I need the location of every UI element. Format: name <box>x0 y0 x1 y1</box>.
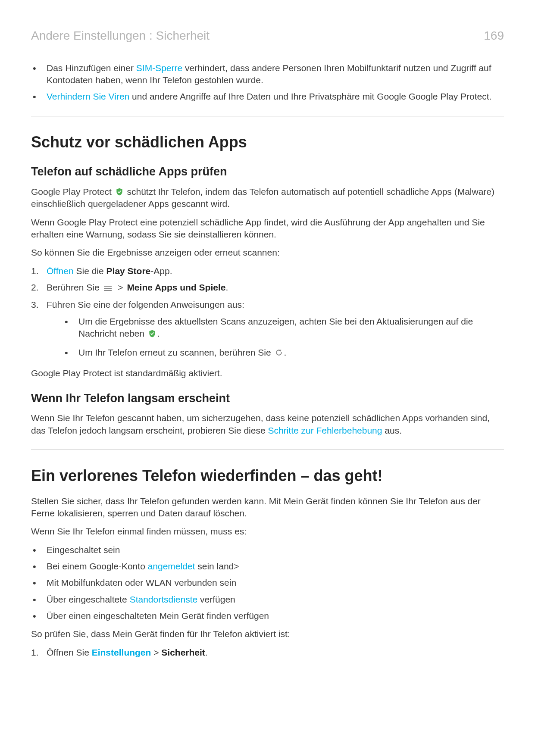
text: Um die Ergebnisse des aktuellsten Scans … <box>78 316 473 338</box>
verified-shield-icon <box>148 329 156 337</box>
bold-play-store: Play Store <box>106 266 151 276</box>
breadcrumb-separator: > <box>151 647 161 657</box>
intro-bullet-2: Verhindern Sie Viren und andere Angriffe… <box>31 91 504 103</box>
step-1: Öffnen Sie die Play Store-App. <box>31 265 504 277</box>
text: Das Hinzufügen einer <box>47 63 136 73</box>
paragraph: Google Play Protect schützt Ihr Telefon,… <box>31 186 504 210</box>
intro-bullet-1: Das Hinzufügen einer SIM-Sperre verhinde… <box>31 62 504 87</box>
text: Um Ihr Telefon erneut zu scannen, berühr… <box>78 347 274 357</box>
text: Führen Sie eine der folgenden Anweisunge… <box>47 300 244 309</box>
step-2: Berühren Sie > Meine Apps und Spiele. <box>31 281 504 294</box>
step-3-sub-2: Um Ihr Telefon erneut zu scannen, berühr… <box>62 347 504 360</box>
intro-bullet-list: Das Hinzufügen einer SIM-Sperre verhinde… <box>31 62 504 103</box>
text: Google Play Protect <box>31 187 114 197</box>
scan-steps-list: Öffnen Sie die Play Store-App. Berühren … <box>31 265 504 360</box>
link-standortsdienste[interactable]: Standortsdienste <box>130 594 198 604</box>
text: . <box>205 647 208 657</box>
page-number: 169 <box>484 28 504 44</box>
link-sim-sperre[interactable]: SIM-Sperre <box>136 63 182 73</box>
section-heading-schutz: Schutz vor schädlichen Apps <box>31 132 504 153</box>
step-3-sub-1: Um die Ergebnisse des aktuellsten Scans … <box>62 316 504 340</box>
text: Sie die <box>74 266 106 276</box>
step-3-sublist: Um die Ergebnisse des aktuellsten Scans … <box>47 316 504 360</box>
link-angemeldet[interactable]: angemeldet <box>148 561 195 571</box>
step-3: Führen Sie eine der folgenden Anweisunge… <box>31 299 504 360</box>
text: . <box>284 347 287 357</box>
bold-sicherheit: Sicherheit <box>161 647 205 657</box>
activate-steps-list: Öffnen Sie Einstellungen > Sicherheit. <box>31 647 504 659</box>
text: Berühren Sie <box>47 282 102 292</box>
page-header: Andere Einstellungen : Sicherheit 169 <box>31 28 504 44</box>
section-divider <box>31 116 504 116</box>
requirements-list: Eingeschaltet sein Bei einem Google-Kont… <box>31 544 504 622</box>
req-2: Bei einem Google-Konto angemeldet sein l… <box>31 560 504 572</box>
text: -App. <box>150 266 172 276</box>
verified-shield-icon <box>115 187 124 196</box>
text: Öffnen Sie <box>47 647 92 657</box>
text: aus. <box>382 425 402 435</box>
req-1: Eingeschaltet sein <box>31 544 504 556</box>
text: Wenn Sie Ihr Telefon gescannt haben, um … <box>31 413 490 435</box>
text: . <box>157 328 160 338</box>
link-fehlerbehebung[interactable]: Schritte zur Fehlerbehebung <box>268 425 382 435</box>
bold-meine-apps: Meine Apps und Spiele <box>127 282 225 292</box>
text: . <box>225 282 228 292</box>
hamburger-menu-icon <box>103 282 112 294</box>
link-verhindern-viren[interactable]: Verhindern Sie Viren <box>47 91 129 101</box>
activate-step-1: Öffnen Sie Einstellungen > Sicherheit. <box>31 647 504 659</box>
req-5: Über einen eingeschalteten Mein Gerät fi… <box>31 610 504 622</box>
text: Über eingeschaltete <box>47 594 130 604</box>
paragraph: Wenn Sie Ihr Telefon gescannt haben, um … <box>31 412 504 437</box>
section-divider <box>31 450 504 450</box>
paragraph: Wenn Google Play Protect eine potenziell… <box>31 216 504 241</box>
paragraph: So können Sie die Ergebnisse anzeigen od… <box>31 247 504 259</box>
text: Bei einem Google-Konto <box>47 561 148 571</box>
paragraph: Wenn Sie Ihr Telefon einmal finden müsse… <box>31 525 504 537</box>
link-einstellungen[interactable]: Einstellungen <box>92 647 151 657</box>
paragraph: Stellen Sie sicher, dass Ihr Telefon gef… <box>31 495 504 520</box>
text: sein <box>195 561 214 571</box>
section-heading-verloren: Ein verlorenes Telefon wiederfinden – da… <box>31 465 504 487</box>
link-oeffnen[interactable]: Öffnen <box>47 266 74 276</box>
req-4: Über eingeschaltete Standortsdienste ver… <box>31 594 504 606</box>
paragraph: Google Play Protect ist standardmäßig ak… <box>31 367 504 379</box>
breadcrumb-separator: > <box>118 282 123 292</box>
text: und andere Angriffe auf Ihre Daten und I… <box>129 91 491 101</box>
paragraph: So prüfen Sie, dass Mein Gerät finden fü… <box>31 628 504 640</box>
subsection-heading-pruefen: Telefon auf schädliche Apps prüfen <box>31 164 504 179</box>
req-3: Mit Mobilfunkdaten oder WLAN verbunden s… <box>31 577 504 589</box>
text: verfügen <box>197 594 235 604</box>
breadcrumb: Andere Einstellungen : Sicherheit <box>31 28 210 44</box>
subsection-heading-langsam: Wenn Ihr Telefon langsam erscheint <box>31 390 504 406</box>
refresh-icon <box>275 348 283 360</box>
